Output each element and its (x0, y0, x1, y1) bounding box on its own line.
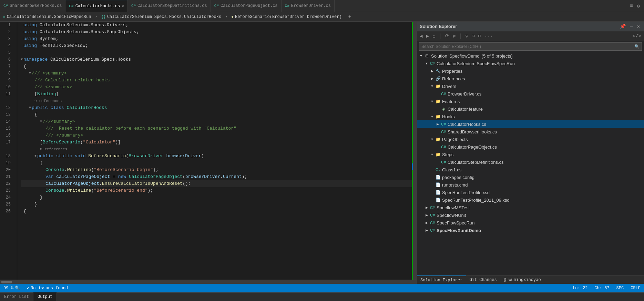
tab-calculatorhooks[interactable]: C# CalculatorHooks.cs ✕ (65, 0, 127, 12)
tree-specflowxunitdemo[interactable]: ▶ C# SpecFlowXunitDemo (417, 227, 644, 234)
tree-properties[interactable]: ▶ 🔧 Properties (417, 67, 644, 75)
se-dots-btn[interactable]: ··· (483, 33, 494, 40)
fold-1[interactable] (21, 22, 23, 29)
nav-method[interactable]: ◆ BeforeScenario(BrowserDriver browserDr… (228, 12, 345, 22)
se-search-icon: 🔍 (634, 44, 640, 49)
horizontal-scrollbar[interactable] (0, 280, 417, 284)
tab-browserdriver[interactable]: C# BrowserDriver.cs (282, 0, 335, 12)
tree-features[interactable]: ▼ 📁 Features (417, 98, 644, 105)
fold-8[interactable]: ▼ (29, 70, 31, 77)
se-forward-btn[interactable]: ▶ (425, 32, 430, 40)
tree-calculatorstepdefs[interactable]: C# CalculatorStepDefinitions.cs (417, 158, 644, 166)
tree-browserdriver[interactable]: C# BrowserDriver.cs (417, 90, 644, 98)
code-editor[interactable]: using CalculatorSelenium.Specs.Drivers; … (17, 22, 412, 280)
nav-project[interactable]: ⊞ CalculatorSelenium.SpecFlowSpecRun (0, 12, 94, 22)
expand-specflowspecrun[interactable]: ▼ (424, 62, 429, 65)
status-issues[interactable]: ✓ No issues found (23, 284, 71, 292)
tab-settings-button[interactable]: ⚙ (636, 2, 641, 10)
expand-drivers[interactable]: ▼ (429, 84, 435, 88)
tree-calculatorpageobject[interactable]: C# CalculatorPageObject.cs (417, 143, 644, 151)
token: . (99, 180, 102, 187)
token: { (34, 111, 37, 118)
tree-references[interactable]: ▶ 🔗 References (417, 75, 644, 82)
expand-specflowxunitdemo[interactable]: ▶ (424, 229, 429, 232)
status-line-ending[interactable]: CRLF (627, 284, 644, 292)
se-close-button[interactable]: ✕ (636, 23, 641, 30)
nav-namespace[interactable]: {} CalculatorSelenium.Specs.Hooks.Calcul… (98, 12, 224, 22)
se-code-icon[interactable]: </> (631, 33, 643, 40)
tree-solution[interactable]: ▼ ⊞ Solution 'SpecflowDemo' (5 of 5 proj… (417, 52, 644, 60)
expand-features[interactable]: ▼ (429, 100, 435, 103)
icon-solution: ⊞ (424, 53, 430, 58)
se-sync-btn[interactable]: ⇄ (451, 32, 457, 40)
status-col[interactable]: Ch: 57 (591, 284, 613, 292)
code-line-22: calculatorPageObject.EnsureCalculatorIsO… (21, 180, 412, 187)
status-line[interactable]: Ln: 22 (569, 284, 591, 292)
icon-specflowspecrun2: C# (429, 221, 436, 225)
status-zoom[interactable]: 99 % 🔍 (0, 284, 23, 292)
tree-sharedbrowserhooks[interactable]: C# SharedBrowserHooks.cs (417, 128, 644, 136)
se-tab-user[interactable]: @ wumingxiaoyao (500, 275, 544, 284)
expand-specflowmstest[interactable]: ▶ (424, 206, 429, 209)
tree-xsd2[interactable]: 📄 SpecRunTestProfile_2011_09.xsd (417, 196, 644, 204)
label-specflownunit: SpecflowNUnit (437, 213, 466, 218)
se-pending-btn[interactable]: ⊡ (470, 32, 476, 40)
scrollbar-thumb[interactable] (1, 281, 12, 283)
tree-class1[interactable]: C# Class1.cs (417, 166, 644, 173)
expand-calculatorhooks[interactable]: ▶ (435, 122, 440, 126)
label-xsd1: SpecRunTestProfile.xsd (442, 190, 490, 195)
tab-calculatorpageobject[interactable]: C# CalculatorPageObject.cs (211, 0, 282, 12)
expand-steps[interactable]: ▼ (429, 153, 435, 156)
close-icon-calculatorhooks[interactable]: ✕ (122, 4, 124, 8)
expand-solution[interactable]: ▼ (418, 54, 424, 58)
se-tab-git-changes[interactable]: Git Changes (466, 275, 500, 284)
se-pin-button[interactable]: 📌 (619, 23, 627, 30)
tab-sharedbrowserhooks[interactable]: C# SharedBrowserHooks.cs (0, 0, 65, 12)
fold-18[interactable]: ▼ (34, 153, 37, 160)
scrollbar-area[interactable] (412, 22, 417, 280)
se-bottom-tabs: Solution Explorer Git Changes @ wumingxi… (417, 275, 644, 284)
expand-specflownunit[interactable]: ▶ (424, 213, 429, 217)
expand-properties[interactable]: ▶ (429, 69, 435, 73)
se-minimize-button[interactable]: — (628, 23, 634, 30)
se-home-btn[interactable]: ⌂ (431, 33, 437, 40)
token: . (64, 167, 67, 173)
se-refresh-btn[interactable]: ⟳ (444, 32, 451, 40)
fold-6[interactable]: ▼ (21, 56, 23, 63)
token: { (23, 63, 26, 70)
tab-calculatorstepdefinitions[interactable]: C# CalculatorStepDefinitions.cs (128, 0, 211, 12)
nav-add-button[interactable]: + (346, 14, 354, 19)
bottom-tab-error-list[interactable]: Error List (0, 292, 33, 301)
tree-xsd1[interactable]: 📄 SpecRunTestProfile.xsd (417, 189, 644, 196)
ln-15: 15 (0, 125, 13, 132)
bottom-tab-output[interactable]: Output (33, 292, 57, 301)
tree-drivers[interactable]: ▼ 📁 Drivers (417, 82, 644, 90)
tree-calculatorhooks[interactable]: ▶ C# CalculatorHooks.cs (417, 120, 644, 128)
tree-specflowmstest[interactable]: ▶ C# SpecflowMSTest (417, 204, 644, 211)
se-search-input[interactable] (421, 44, 633, 49)
se-filter-btn[interactable]: ▽ (464, 32, 470, 40)
se-back-btn[interactable]: ◀ (418, 32, 424, 40)
tab-list-button[interactable]: ≡ (628, 2, 634, 9)
nav-project-label: CalculatorSelenium.SpecFlowSpecRun (7, 14, 91, 19)
tree-packages[interactable]: 📄 packages.config (417, 173, 644, 181)
expand-hooks[interactable]: ▼ (429, 115, 435, 118)
token: calculatorPageObject (45, 180, 99, 187)
tree-calculator-feature[interactable]: ◈ Calculator.feature (417, 105, 644, 113)
expand-pageobjects[interactable]: ▼ (429, 138, 435, 141)
tree-runtests[interactable]: 📄 runtests.cmd (417, 181, 644, 189)
tree-specflowspecrun[interactable]: ▼ C# CalculatorSelenium.SpecFlowSpecRun (417, 60, 644, 67)
expand-specflowspecrun2[interactable]: ▶ (424, 221, 429, 224)
fold-2[interactable] (21, 29, 23, 36)
fold-12[interactable]: ▼ (29, 104, 31, 111)
tree-specflownunit[interactable]: ▶ C# SpecflowNUnit (417, 211, 644, 219)
status-encoding[interactable]: SPC (613, 284, 627, 292)
tree-steps[interactable]: ▼ 📁 Steps (417, 151, 644, 158)
se-collapse-btn[interactable]: ⊟ (477, 32, 482, 40)
fold-14[interactable]: ▼ (40, 118, 42, 125)
tree-pageobjects[interactable]: ▼ 📁 PageObjects (417, 136, 644, 143)
se-tab-solution-explorer[interactable]: Solution Explorer (417, 275, 466, 284)
tree-hooks[interactable]: ▼ 📁 Hooks (417, 113, 644, 120)
expand-references[interactable]: ▶ (429, 77, 435, 80)
tree-specflowspecrun2[interactable]: ▶ C# SpecFlowSpecRun (417, 219, 644, 227)
